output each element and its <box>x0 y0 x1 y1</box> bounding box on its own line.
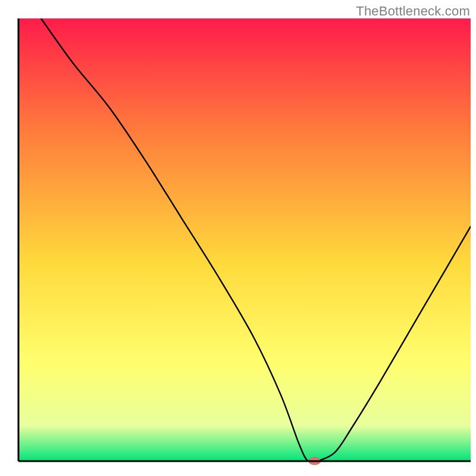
watermark-text: TheBottleneck.com <box>356 4 470 19</box>
chart-container: TheBottleneck.com <box>0 0 476 476</box>
gradient-background <box>18 18 471 461</box>
bottleneck-chart <box>0 0 476 476</box>
